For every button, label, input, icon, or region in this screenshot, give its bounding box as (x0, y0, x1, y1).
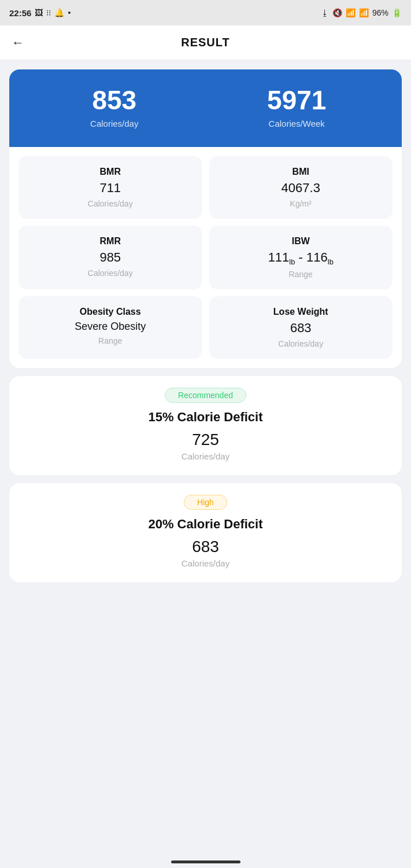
page-title: RESULT (181, 36, 230, 49)
lose-weight-title: Lose Weight (273, 307, 328, 317)
bmi-title: BMI (292, 167, 309, 177)
bmi-card: BMI 4067.3 Kg/m² (209, 156, 393, 219)
mute-icon: 🔇 (332, 8, 342, 17)
ibw-value-suffix: 116 (306, 250, 328, 264)
bmi-value: 4067.3 (282, 181, 320, 196)
weekly-calories: 5971 Calories/Week (206, 86, 388, 128)
status-time: 22:56 (9, 8, 31, 18)
ibw-sub-right: lb (328, 258, 334, 266)
bmr-title: BMR (100, 167, 121, 177)
recommended-deficit-unit: Calories/day (182, 451, 229, 461)
high-deficit-title: 20% Calorie Deficit (148, 517, 262, 532)
dot-icon: • (68, 8, 71, 17)
status-left: 22:56 🖼 ⁝⁝ 🔔 • (9, 8, 71, 18)
wifi-icon: 📶 (346, 8, 356, 17)
ibw-unit: Range (289, 270, 313, 279)
high-badge: High (184, 495, 227, 510)
weekly-calories-value: 5971 (267, 86, 326, 115)
page-header: ← RESULT (0, 25, 411, 60)
recommended-deficit-card: Recommended 15% Calorie Deficit 725 Calo… (9, 376, 402, 475)
status-bar: 22:56 🖼 ⁝⁝ 🔔 • ⭳ 🔇 📶 📶 96% 🔋 (0, 0, 411, 25)
ibw-card: IBW 111lb - 116lb Range (209, 226, 393, 289)
obesity-class-value: Severe Obesity (75, 321, 146, 333)
ibw-title: IBW (292, 236, 310, 247)
battery-text: 96% (372, 8, 388, 17)
lose-weight-card: Lose Weight 683 Calories/day (209, 296, 393, 359)
bmr-unit: Calories/day (88, 199, 133, 208)
rmr-value: 985 (99, 250, 121, 265)
ibw-value-prefix: 111 (268, 250, 290, 264)
rmr-title: RMR (100, 236, 121, 247)
recommended-deficit-title: 15% Calorie Deficit (148, 410, 262, 425)
back-button[interactable]: ← (12, 35, 24, 50)
bottom-bar (0, 851, 411, 868)
dots-icon: ⁝⁝ (46, 8, 51, 17)
main-content: 853 Calories/day 5971 Calories/Week BMR … (0, 60, 411, 851)
signal-icon: 📶 (359, 8, 369, 17)
high-deficit-value: 683 (192, 538, 219, 556)
daily-calories: 853 Calories/day (23, 86, 206, 128)
bmi-unit: Kg/m² (290, 199, 312, 208)
weekly-calories-label: Calories/Week (269, 119, 325, 128)
obesity-class-title: Obesity Class (80, 307, 141, 317)
notify-icon: 🔔 (54, 8, 64, 17)
status-right: ⭳ 🔇 📶 📶 96% 🔋 (321, 8, 402, 17)
rmr-card: RMR 985 Calories/day (18, 226, 202, 289)
calories-card: 853 Calories/day 5971 Calories/Week (9, 69, 402, 147)
lose-weight-value: 683 (290, 321, 312, 336)
recommended-deficit-value: 725 (192, 431, 219, 449)
high-deficit-unit: Calories/day (182, 558, 229, 568)
lose-weight-unit: Calories/day (278, 339, 323, 348)
bottom-indicator (171, 860, 240, 863)
ibw-sub-left: lb (289, 258, 295, 266)
battery-icon: 🔋 (392, 8, 402, 17)
rmr-unit: Calories/day (88, 269, 133, 278)
bluetooth-icon: ⭳ (321, 8, 329, 17)
high-deficit-card: High 20% Calorie Deficit 683 Calories/da… (9, 483, 402, 582)
stats-grid: BMR 711 Calories/day BMI 4067.3 Kg/m² RM… (9, 147, 402, 368)
daily-calories-value: 853 (92, 86, 136, 115)
obesity-class-unit: Range (98, 336, 122, 345)
ibw-value: 111lb - 116lb (268, 250, 334, 266)
daily-calories-label: Calories/day (90, 119, 138, 128)
obesity-class-card: Obesity Class Severe Obesity Range (18, 296, 202, 359)
bmr-card: BMR 711 Calories/day (18, 156, 202, 219)
recommended-badge: Recommended (165, 388, 246, 403)
photo-icon: 🖼 (35, 8, 43, 17)
bmr-value: 711 (99, 181, 121, 196)
